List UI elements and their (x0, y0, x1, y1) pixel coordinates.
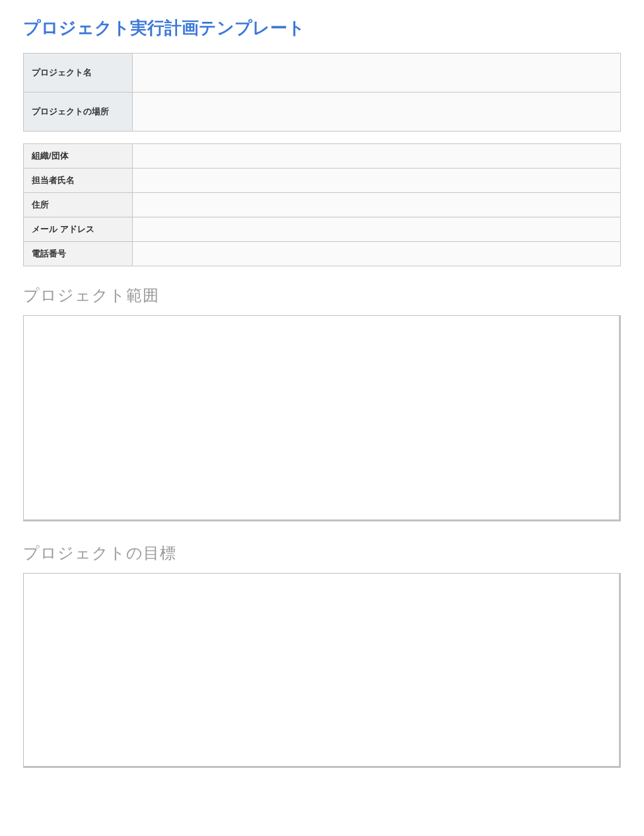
contact-info-table: 組織/団体 担当者氏名 住所 メール アドレス 電話番号 (23, 143, 621, 266)
textarea-goals[interactable] (23, 573, 621, 768)
label-organization: 組織/団体 (24, 144, 133, 169)
table-row: プロジェクト名 (24, 54, 621, 93)
value-contact-name[interactable] (133, 169, 621, 193)
label-project-location: プロジェクトの場所 (24, 93, 133, 132)
value-email[interactable] (133, 217, 621, 242)
label-project-name: プロジェクト名 (24, 54, 133, 93)
value-phone[interactable] (133, 242, 621, 266)
input-project-name[interactable] (141, 68, 612, 78)
table-row: プロジェクトの場所 (24, 93, 621, 132)
value-project-name[interactable] (133, 54, 621, 93)
textarea-scope[interactable] (23, 315, 621, 521)
value-address[interactable] (133, 193, 621, 217)
input-email[interactable] (141, 225, 612, 235)
label-phone: 電話番号 (24, 242, 133, 266)
table-row: メール アドレス (24, 217, 621, 242)
page-title: プロジェクト実行計画テンプレート (23, 17, 621, 40)
heading-goals: プロジェクトの目標 (23, 543, 621, 564)
input-phone[interactable] (141, 249, 612, 259)
label-email: メール アドレス (24, 217, 133, 242)
input-organization[interactable] (141, 151, 612, 161)
input-contact-name[interactable] (141, 176, 612, 186)
project-info-table: プロジェクト名 プロジェクトの場所 (23, 53, 621, 132)
input-address[interactable] (141, 200, 612, 210)
value-project-location[interactable] (133, 93, 621, 132)
heading-scope: プロジェクト範囲 (23, 285, 621, 306)
input-project-location[interactable] (141, 107, 612, 117)
table-row: 住所 (24, 193, 621, 217)
label-contact-name: 担当者氏名 (24, 169, 133, 193)
table-row: 担当者氏名 (24, 169, 621, 193)
label-address: 住所 (24, 193, 133, 217)
table-row: 組織/団体 (24, 144, 621, 169)
value-organization[interactable] (133, 144, 621, 169)
table-row: 電話番号 (24, 242, 621, 266)
